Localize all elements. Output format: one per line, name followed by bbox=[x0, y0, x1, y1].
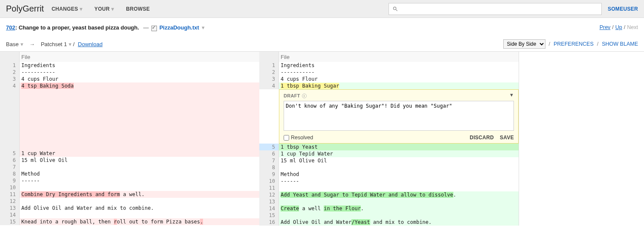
line-number[interactable]: 16 bbox=[259, 219, 279, 226]
change-header: 702: Change to a proper, yeast based piz… bbox=[0, 18, 644, 37]
line-number[interactable]: 8 bbox=[259, 164, 279, 171]
diff-line[interactable]: 14Create a well in the Flour. bbox=[259, 205, 519, 212]
diff-line[interactable]: 51 cup Water bbox=[0, 150, 259, 157]
user-link[interactable]: SOMEUSER bbox=[608, 6, 638, 12]
diff-line[interactable]: 61 cup Tepid Water bbox=[259, 150, 519, 157]
line-number[interactable]: 10 bbox=[0, 184, 20, 191]
diff-line[interactable]: 34 cups Flour bbox=[0, 76, 259, 82]
diff-line[interactable]: 10 bbox=[0, 184, 259, 191]
show-blame-link[interactable]: SHOW BLAME bbox=[602, 41, 638, 47]
diff-line[interactable]: 13Add Olive Oil and Water and mix to com… bbox=[0, 205, 259, 211]
line-number[interactable]: 3 bbox=[259, 76, 279, 82]
line-number[interactable]: 14 bbox=[259, 205, 279, 212]
diff-line[interactable]: 13 bbox=[259, 198, 519, 205]
line-number[interactable]: 1 bbox=[259, 62, 279, 69]
line-number[interactable]: 10 bbox=[259, 178, 279, 185]
line-number[interactable]: 4 bbox=[259, 82, 279, 89]
diff-line[interactable]: 41 tbsp Baking Sugar bbox=[259, 82, 519, 89]
file-link[interactable]: PizzaDough.txt bbox=[160, 24, 199, 31]
line-number[interactable]: 12 bbox=[259, 191, 279, 198]
info-icon: i bbox=[302, 94, 307, 98]
chevron-down-icon[interactable]: ▾ bbox=[20, 41, 23, 47]
menu-your[interactable]: YOUR▾ bbox=[94, 6, 114, 12]
line-number[interactable]: 11 bbox=[0, 191, 20, 198]
comment-draft: DRAFT i▼Don't know of any "Baking Sugar"… bbox=[279, 89, 519, 144]
resolved-checkbox[interactable]: Resolved bbox=[284, 135, 313, 141]
diff-line[interactable]: 2----------- bbox=[0, 69, 259, 76]
line-number[interactable]: 13 bbox=[0, 205, 20, 211]
change-title: : Change to a proper, yeast based pizza … bbox=[15, 24, 141, 31]
search-input[interactable] bbox=[398, 6, 598, 12]
discard-button[interactable]: DISCARD bbox=[470, 135, 494, 141]
line-number[interactable]: 5 bbox=[0, 150, 20, 157]
line-number[interactable]: 7 bbox=[259, 157, 279, 164]
chevron-down-icon: ▾ bbox=[80, 6, 82, 12]
diff-line[interactable]: 12Add Yeast and Sugar to Tepid Water and… bbox=[259, 191, 519, 198]
line-number[interactable]: 15 bbox=[259, 212, 279, 219]
line-number[interactable]: 6 bbox=[0, 157, 20, 164]
diff-line[interactable]: 12 bbox=[0, 198, 259, 205]
diff-line[interactable]: 9Method bbox=[259, 171, 519, 178]
diff-line[interactable]: 16Add Olive Oil and Water/Yeast and mix … bbox=[259, 219, 519, 226]
line-number[interactable]: 9 bbox=[0, 177, 20, 184]
nav-up[interactable]: Up bbox=[615, 24, 622, 30]
line-number[interactable]: 3 bbox=[0, 76, 20, 82]
diff-line[interactable]: 715 ml Olive Oil bbox=[259, 157, 519, 164]
menu-browse[interactable]: BROWSE bbox=[126, 6, 150, 12]
diff-line[interactable]: 15Knead into a rough ball, then roll out… bbox=[0, 218, 259, 225]
diff-line[interactable]: 15 bbox=[259, 212, 519, 219]
line-number[interactable]: 8 bbox=[0, 170, 20, 177]
reviewed-checkbox-icon[interactable] bbox=[151, 26, 157, 31]
line-number[interactable]: 2 bbox=[259, 69, 279, 76]
diff-line[interactable]: 1Ingredients bbox=[259, 62, 519, 69]
diff-line[interactable]: 14 bbox=[0, 211, 259, 218]
patchset-row: Base▾ → Patchset 1 ▾ / Download Side By … bbox=[0, 37, 644, 51]
diff-line[interactable]: 8 bbox=[259, 164, 519, 171]
view-mode-select[interactable]: Side By Side bbox=[503, 39, 545, 49]
diff-line[interactable]: 44 tsp Baking Soda bbox=[0, 82, 259, 89]
diff-line[interactable]: 10------ bbox=[259, 178, 519, 185]
line-number[interactable]: 9 bbox=[259, 171, 279, 178]
line-number[interactable]: 2 bbox=[0, 69, 20, 76]
menu-changes[interactable]: CHANGES▾ bbox=[52, 6, 82, 12]
change-number-link[interactable]: 702 bbox=[6, 24, 15, 31]
line-number[interactable]: 13 bbox=[259, 198, 279, 205]
line-number[interactable]: 12 bbox=[0, 198, 20, 205]
diff-line[interactable]: 8Method bbox=[0, 170, 259, 177]
line-number[interactable]: 14 bbox=[0, 211, 20, 218]
chevron-down-icon: ▾ bbox=[111, 6, 114, 12]
diff-line[interactable]: 7 bbox=[0, 164, 259, 170]
line-number[interactable]: 5 bbox=[259, 144, 279, 150]
line-number[interactable]: 7 bbox=[0, 164, 20, 170]
diff-line[interactable]: 9------ bbox=[0, 177, 259, 184]
diff-line[interactable]: 34 cups Flour bbox=[259, 76, 519, 82]
arrow-icon: → bbox=[29, 41, 35, 47]
comment-textarea[interactable]: Don't know of any "Baking Sugar"! Did yo… bbox=[284, 101, 514, 131]
chevron-down-icon[interactable]: ▾ bbox=[69, 41, 72, 47]
diff-view: File1Ingredients2-----------34 cups Flou… bbox=[0, 51, 644, 226]
diff-line[interactable]: 11Combine Dry Ingredients and form a wel… bbox=[0, 191, 259, 198]
search-icon bbox=[392, 6, 398, 12]
search-box[interactable] bbox=[389, 3, 602, 15]
save-button[interactable]: SAVE bbox=[500, 135, 514, 141]
line-number[interactable]: 1 bbox=[0, 62, 20, 69]
preferences-link[interactable]: PREFERENCES bbox=[554, 41, 594, 47]
nav-prev[interactable]: Prev bbox=[600, 24, 611, 30]
base-patchset[interactable]: Base bbox=[6, 41, 19, 47]
diff-line[interactable]: 2----------- bbox=[259, 69, 519, 76]
draft-label: DRAFT i bbox=[284, 93, 514, 98]
line-number[interactable]: 4 bbox=[0, 82, 20, 89]
diff-left-column: File1Ingredients2-----------34 cups Flou… bbox=[0, 52, 259, 226]
line-number[interactable]: 15 bbox=[0, 218, 20, 225]
app-title: PolyGerrit bbox=[6, 4, 44, 14]
collapse-icon[interactable]: ▼ bbox=[509, 92, 514, 97]
diff-line[interactable]: 11 bbox=[259, 185, 519, 191]
diff-line[interactable]: 51 tbsp Yeast bbox=[259, 144, 519, 150]
patchset-select[interactable]: Patchset 1 bbox=[41, 41, 67, 47]
line-number[interactable]: 11 bbox=[259, 185, 279, 191]
diff-line[interactable]: 1Ingredients bbox=[0, 62, 259, 69]
diff-line[interactable]: 615 ml Olive Oil bbox=[0, 157, 259, 164]
line-number[interactable]: 6 bbox=[259, 150, 279, 157]
download-link[interactable]: Download bbox=[78, 41, 103, 47]
chevron-down-icon[interactable]: ▾ bbox=[202, 24, 205, 31]
